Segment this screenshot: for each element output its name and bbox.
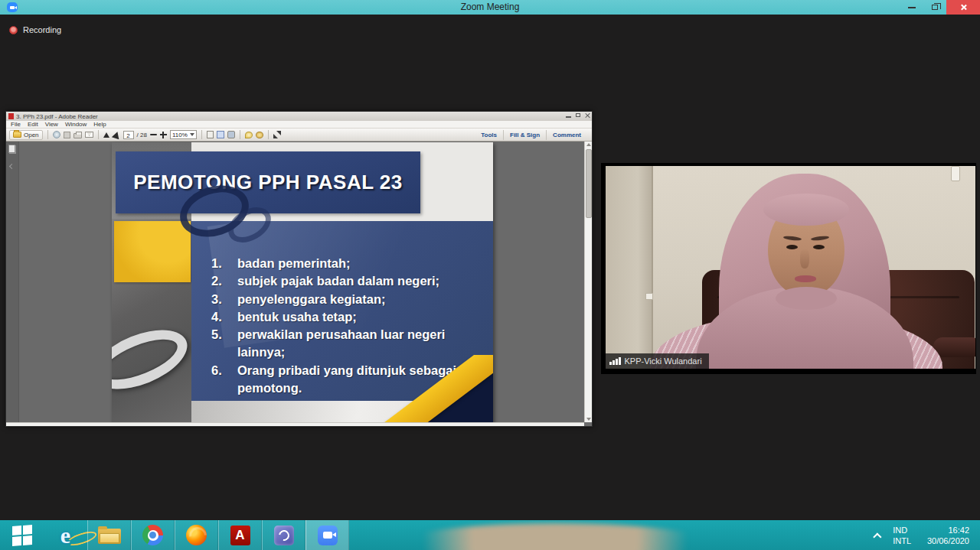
comment-tab[interactable]: Comment	[546, 130, 587, 140]
zoom-out-icon[interactable]	[150, 134, 157, 135]
pdf-panels-bar: Tools Fill & Sign Comment	[475, 129, 587, 141]
system-tray: IND INTL 16:42 30/06/2020	[876, 520, 980, 550]
lips	[795, 275, 816, 282]
list-item: 3. penyelenggara kegiatan;	[211, 291, 487, 308]
zoom-level-value: 110%	[172, 132, 188, 138]
fit-width-icon[interactable]	[217, 131, 224, 138]
list-item-text: bentuk usaha tetap;	[237, 308, 476, 326]
pdf-titlebar[interactable]: 3. PPh 23.pdf - Adobe Reader	[6, 112, 592, 121]
menu-edit[interactable]: Edit	[28, 121, 38, 128]
fullscreen-icon[interactable]	[273, 131, 281, 138]
scroll-mode-icon[interactable]	[207, 131, 214, 138]
print-icon[interactable]	[74, 133, 82, 138]
menu-view[interactable]: View	[45, 121, 58, 128]
scroll-down-icon[interactable]	[586, 418, 591, 421]
next-page-icon[interactable]	[111, 130, 120, 139]
pdf-menubar: File Edit View Window Help	[6, 121, 592, 129]
fit-page-icon[interactable]	[227, 131, 235, 138]
list-item-number: 1.	[211, 255, 237, 272]
toolbar-separator	[268, 130, 269, 139]
recording-label: Recording	[23, 25, 61, 34]
list-item-number: 2.	[211, 272, 237, 290]
recording-dot-icon	[9, 26, 18, 34]
open-label: Open	[24, 132, 39, 138]
taskbar-chrome-button[interactable]	[131, 520, 175, 550]
save-icon[interactable]	[64, 132, 70, 138]
language-code: INTL	[893, 535, 911, 546]
zoom-in-icon[interactable]	[160, 132, 167, 138]
language-indicator[interactable]: IND INTL	[893, 525, 911, 546]
participant-video-tile[interactable]: KPP-Vicki Wulandari	[601, 163, 976, 374]
clock[interactable]: 16:42 30/06/2020	[922, 525, 969, 546]
restore-button[interactable]	[923, 0, 946, 15]
pdf-close-icon[interactable]	[585, 112, 590, 118]
nose	[800, 249, 809, 268]
page-total-label: / 28	[137, 132, 147, 138]
navigation-pane-strip[interactable]	[6, 142, 19, 422]
recording-indicator: Recording	[9, 25, 61, 34]
page-number-input[interactable]: 2	[123, 131, 134, 139]
list-item-number: 4.	[211, 308, 237, 326]
page-thumbnails-icon[interactable]	[8, 145, 15, 153]
tools-tab[interactable]: Tools	[475, 130, 503, 140]
list-item-text: penyelenggara kegiatan;	[237, 291, 476, 308]
scroll-up-icon[interactable]	[586, 143, 591, 146]
wallpaper-glow	[375, 523, 735, 550]
menu-window[interactable]: Window	[65, 121, 87, 128]
horizontal-scrollbar[interactable]	[6, 422, 584, 426]
firefox-icon	[186, 525, 207, 545]
highlight-icon[interactable]	[256, 132, 263, 138]
pdf-restore-icon[interactable]	[576, 113, 580, 117]
light-switch	[951, 166, 960, 181]
vertical-scrollbar[interactable]	[584, 142, 592, 422]
zoom-level-select[interactable]: 110%	[170, 130, 197, 139]
list-item: 4. bentuk usaha tetap;	[211, 308, 487, 326]
menu-file[interactable]: File	[11, 121, 21, 128]
open-folder-icon	[13, 132, 21, 138]
chat-app-icon	[274, 526, 294, 545]
windows-logo-icon	[12, 525, 32, 546]
audio-signal-icon	[609, 357, 621, 365]
chair-armrest	[933, 337, 975, 357]
list-item-text: subjek pajak badan dalam negeri;	[237, 272, 476, 290]
fill-sign-tab[interactable]: Fill & Sign	[503, 130, 546, 140]
taskbar-adobe-reader-button[interactable]: A	[218, 520, 262, 550]
taskbar-internet-explorer-button[interactable]: e	[44, 520, 87, 550]
toolbar-separator	[47, 130, 48, 139]
open-button[interactable]: Open	[9, 130, 43, 140]
sticky-note-icon[interactable]	[245, 132, 253, 138]
show-hidden-icons-chevron[interactable]	[873, 532, 881, 541]
participant-name-tag: KPP-Vicki Wulandari	[606, 353, 709, 369]
participant-name: KPP-Vicki Wulandari	[625, 356, 702, 366]
pdf-canvas[interactable]: PEMOTONG PPH PASAL 23 1. badan pemerinta…	[6, 142, 584, 422]
pdf-minimize-icon[interactable]	[566, 116, 571, 118]
minimize-button[interactable]	[900, 0, 923, 15]
toolbar-separator	[98, 130, 99, 139]
slide-title: PEMOTONG PPH PASAL 23	[133, 171, 402, 194]
menu-help[interactable]: Help	[93, 121, 106, 128]
previous-page-icon[interactable]	[103, 132, 109, 138]
chrome-icon	[142, 525, 163, 545]
taskbar-chat-app-button[interactable]	[262, 520, 305, 550]
video-frame	[606, 166, 975, 369]
corner-swoosh	[364, 355, 493, 422]
toolbar-separator	[240, 130, 240, 139]
list-item-text: badan pemerintah;	[237, 255, 476, 272]
adobe-reader-window: 3. PPh 23.pdf - Adobe Reader File Edit V…	[5, 111, 593, 427]
taskbar-file-explorer-button[interactable]	[87, 520, 131, 550]
yellow-accent-square	[114, 221, 191, 282]
send-online-icon[interactable]	[53, 131, 60, 138]
taskbar-start-button[interactable]	[0, 520, 44, 550]
chevron-down-icon	[190, 133, 194, 136]
close-button[interactable]	[946, 0, 980, 15]
minimize-icon	[908, 7, 916, 8]
slide-page: PEMOTONG PPH PASAL 23 1. badan pemerinta…	[112, 142, 493, 422]
file-explorer-icon	[98, 527, 121, 544]
adobe-reader-icon: A	[230, 526, 250, 545]
taskbar-firefox-button[interactable]	[175, 520, 218, 550]
taskbar-zoom-button[interactable]	[305, 520, 349, 550]
collapse-chevron-icon[interactable]	[9, 164, 15, 169]
scrollbar-thumb[interactable]	[586, 149, 592, 218]
email-icon[interactable]	[85, 132, 93, 138]
pdf-file-icon	[8, 113, 14, 119]
